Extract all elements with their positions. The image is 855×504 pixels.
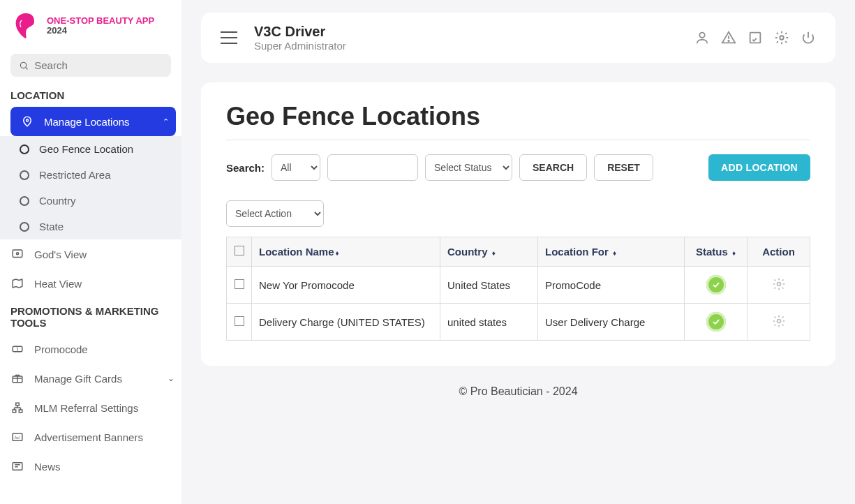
col-checkbox <box>227 237 252 267</box>
filter-row: Search: All Select Status SEARCH RESET A… <box>226 154 810 181</box>
hamburger-button[interactable] <box>221 31 237 44</box>
nav-label: Geo Fence Location <box>39 143 133 155</box>
svg-rect-3 <box>13 250 22 258</box>
sidebar-search-input[interactable] <box>34 59 163 71</box>
content-card: Geo Fence Locations Search: All Select S… <box>201 82 835 366</box>
main: V3C Driver Super Administrator Geo Fence… <box>181 0 855 504</box>
circle-icon <box>20 196 29 206</box>
nav-label: Heat View <box>34 278 82 290</box>
nav-label: Manage Gift Cards <box>34 373 122 385</box>
row-checkbox[interactable] <box>235 316 244 326</box>
cell-for: User Delivery Charge <box>538 304 685 341</box>
row-checkbox[interactable] <box>235 279 244 289</box>
divider <box>226 140 810 140</box>
svg-point-23 <box>699 33 704 38</box>
nav-news[interactable]: News <box>0 452 181 481</box>
section-location: LOCATION <box>0 87 181 107</box>
cell-name: New Yor Promocode <box>252 267 440 304</box>
pin-icon <box>20 114 34 128</box>
filter-text-input[interactable] <box>327 154 418 181</box>
logo-text-1b: BEAUTY APP <box>96 15 154 26</box>
nav-label: Promocode <box>34 343 88 355</box>
nav-label: Country <box>39 195 76 207</box>
table-row: New Yor Promocode United States PromoCod… <box>227 267 810 304</box>
nav-state[interactable]: State <box>0 214 181 239</box>
nav-label: State <box>39 221 64 232</box>
svg-point-28 <box>777 282 780 286</box>
nav-ad-banners[interactable]: Ad Advertisement Banners <box>0 422 181 452</box>
col-location-name[interactable]: Location Name♦ <box>252 237 440 267</box>
col-location-for[interactable]: Location For ♦ <box>538 237 685 267</box>
sidebar: ONE-STOP BEAUTY APP 2024 LOCATION Manage… <box>0 0 181 504</box>
svg-point-27 <box>780 36 784 40</box>
sidebar-search[interactable] <box>10 54 171 77</box>
header-icons <box>694 30 816 45</box>
ad-icon: Ad <box>10 430 24 444</box>
status-active-icon[interactable] <box>706 275 726 295</box>
logo-text-2: 2024 <box>47 26 154 36</box>
filter-status-select[interactable]: Select Status <box>425 154 512 181</box>
note-icon[interactable] <box>748 30 763 45</box>
cell-for: PromoCode <box>538 267 685 304</box>
status-active-icon[interactable] <box>706 312 726 332</box>
power-icon[interactable] <box>801 30 816 45</box>
sort-icon: ♦ <box>492 249 496 257</box>
col-country[interactable]: Country ♦ <box>440 237 538 267</box>
chevron-down-icon: ⌄ <box>168 373 174 383</box>
svg-marker-5 <box>13 279 22 288</box>
svg-point-29 <box>777 319 780 323</box>
circle-icon <box>20 170 29 180</box>
circle-icon <box>20 144 29 154</box>
nav-mlm[interactable]: MLM Referral Settings <box>0 393 181 422</box>
logo-icon <box>10 10 41 41</box>
table-row: Delivery Charge (UNITED STATES) united s… <box>227 304 810 341</box>
search-button[interactable]: SEARCH <box>519 154 587 181</box>
locations-table: Location Name♦ Country ♦ Location For ♦ … <box>226 237 810 341</box>
footer: © Pro Beautician - 2024 <box>201 385 835 398</box>
header-title-text: V3C Driver <box>254 24 346 40</box>
map-pin-icon <box>10 247 24 261</box>
search-label: Search: <box>226 162 265 174</box>
user-icon[interactable] <box>694 30 710 45</box>
col-status[interactable]: Status ♦ <box>685 237 748 267</box>
settings-icon[interactable] <box>774 30 789 45</box>
nav-promocode[interactable]: Promocode <box>0 334 181 364</box>
nav-label: God's View <box>34 249 87 260</box>
gift-icon <box>10 371 24 385</box>
nav-gods-view[interactable]: God's View <box>0 239 181 269</box>
svg-point-4 <box>17 253 19 255</box>
nav-label: MLM Referral Settings <box>34 402 138 414</box>
alert-icon[interactable] <box>721 30 736 45</box>
ticket-icon <box>10 342 24 356</box>
svg-rect-26 <box>750 33 761 43</box>
svg-text:Ad: Ad <box>15 436 20 440</box>
logo: ONE-STOP BEAUTY APP 2024 <box>0 10 181 50</box>
nav-heat-view[interactable]: Heat View <box>0 269 181 298</box>
nav-gift-cards[interactable]: Manage Gift Cards ⌄ <box>0 364 181 393</box>
select-all-checkbox[interactable] <box>235 246 244 255</box>
cell-name: Delivery Charge (UNITED STATES) <box>252 304 440 341</box>
reset-button[interactable]: RESET <box>594 154 653 181</box>
nav-geo-fence[interactable]: Geo Fence Location <box>0 136 181 162</box>
chevron-up-icon: ⌃ <box>163 117 169 126</box>
section-promotions: PROMOTIONS & MARKETING TOOLS <box>0 298 181 334</box>
cell-country: united states <box>440 304 538 341</box>
header-subtitle: Super Administrator <box>254 40 346 52</box>
map-icon <box>10 276 24 290</box>
bulk-action-select[interactable]: Select Action <box>226 200 324 227</box>
svg-point-25 <box>728 40 729 41</box>
nav-manage-locations[interactable]: Manage Locations ⌃ <box>10 107 176 136</box>
nav-label: Manage Locations <box>44 116 130 128</box>
nav-country[interactable]: Country <box>0 188 181 214</box>
svg-rect-13 <box>19 410 22 413</box>
nav-restricted-area[interactable]: Restricted Area <box>0 162 181 188</box>
row-action-gear-icon[interactable] <box>772 314 786 328</box>
svg-point-0 <box>20 62 26 68</box>
filter-all-select[interactable]: All <box>272 154 320 181</box>
sort-icon: ♦ <box>336 249 339 257</box>
row-action-gear-icon[interactable] <box>772 277 786 291</box>
header-bar: V3C Driver Super Administrator <box>201 13 835 63</box>
add-location-button[interactable]: ADD LOCATION <box>708 154 810 181</box>
cell-country: United States <box>440 267 538 304</box>
sitemap-icon <box>10 401 24 415</box>
